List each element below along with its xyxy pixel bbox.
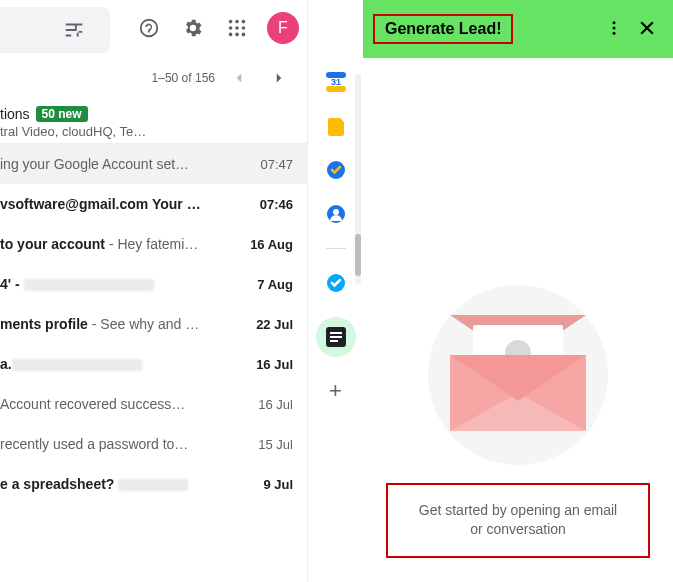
svg-point-1: [235, 20, 239, 24]
message-row[interactable]: Account recovered success…16 Jul: [0, 384, 307, 424]
message-row[interactable]: recently used a password to…15 Jul: [0, 424, 307, 464]
gear-icon[interactable]: [173, 8, 213, 48]
category-sub: tral Video, cloudHQ, Te…: [0, 124, 299, 139]
sliders-icon[interactable]: [54, 10, 94, 50]
addon-check-icon[interactable]: [326, 273, 346, 293]
message-row[interactable]: ments profile - See why and …22 Jul: [0, 304, 307, 344]
svg-rect-19: [330, 336, 342, 338]
avatar-letter: F: [278, 19, 288, 37]
category-title: tions: [0, 106, 30, 122]
message-time: 07:46: [250, 197, 293, 212]
message-subject: vsoftware@gmail.com Your …: [0, 196, 250, 212]
svg-point-8: [242, 33, 246, 37]
message-row[interactable]: 4' - 7 Aug: [0, 264, 307, 304]
svg-text:31: 31: [330, 77, 340, 87]
get-started-highlight: Get started by opening an email or conve…: [386, 483, 650, 558]
message-row[interactable]: e a spreadsheet? 9 Jul: [0, 464, 307, 504]
mail-column: F 1–50 of 156 tions 50 new tral Video, c…: [0, 0, 308, 582]
close-icon[interactable]: [637, 18, 657, 41]
side-divider: [326, 248, 346, 249]
svg-rect-18: [330, 332, 342, 334]
top-bar: F: [0, 0, 307, 56]
addon-selected[interactable]: [316, 317, 356, 357]
scrollbar[interactable]: [355, 74, 361, 284]
svg-point-21: [613, 21, 616, 24]
message-subject: recently used a password to…: [0, 436, 248, 452]
apps-icon[interactable]: [217, 8, 257, 48]
message-time: 7 Aug: [247, 277, 293, 292]
redacted: [12, 359, 142, 371]
message-subject: ments profile - See why and …: [0, 316, 246, 332]
svg-point-2: [242, 20, 246, 24]
prev-page-icon[interactable]: [223, 62, 255, 94]
message-time: 07:47: [250, 157, 293, 172]
svg-point-15: [333, 209, 339, 215]
message-time: 15 Jul: [248, 437, 293, 452]
envelope-illustration: [428, 285, 608, 465]
add-addon-icon[interactable]: +: [326, 381, 346, 401]
svg-point-3: [229, 26, 233, 30]
redacted: [24, 279, 154, 291]
message-subject: 4' -: [0, 276, 247, 292]
message-time: 9 Jul: [253, 477, 293, 492]
tasks-icon[interactable]: [326, 160, 346, 180]
category-row[interactable]: tions 50 new tral Video, cloudHQ, Te…: [0, 100, 307, 144]
new-badge: 50 new: [36, 106, 88, 122]
message-row[interactable]: vsoftware@gmail.com Your …07:46: [0, 184, 307, 224]
message-subject: a.: [0, 356, 246, 372]
paginator: 1–50 of 156: [0, 56, 307, 100]
redacted: [118, 479, 188, 491]
message-subject: to your account - Hey fatemi…: [0, 236, 240, 252]
message-row[interactable]: a.16 Jul: [0, 344, 307, 384]
message-subject: e a spreadsheet?: [0, 476, 253, 492]
message-row[interactable]: ing your Google Account set…07:47: [0, 144, 307, 184]
message-time: 16 Jul: [248, 397, 293, 412]
panel-body: Get started by opening an email or conve…: [363, 58, 673, 582]
side-rail: 31 +: [308, 0, 363, 582]
svg-point-22: [613, 26, 616, 29]
panel-title: Generate Lead!: [385, 20, 501, 37]
search-box[interactable]: [0, 7, 110, 53]
svg-point-5: [242, 26, 246, 30]
panel-title-highlight: Generate Lead!: [373, 14, 513, 44]
message-row[interactable]: to your account - Hey fatemi…16 Aug: [0, 224, 307, 264]
message-time: 16 Aug: [240, 237, 293, 252]
message-subject: ing your Google Account set…: [0, 156, 250, 172]
svg-point-6: [229, 33, 233, 37]
help-icon[interactable]: [129, 8, 169, 48]
svg-point-0: [229, 20, 233, 24]
message-time: 16 Jul: [246, 357, 293, 372]
avatar[interactable]: F: [267, 12, 299, 44]
contacts-icon[interactable]: [326, 204, 346, 224]
panel-header: Generate Lead!: [363, 0, 673, 58]
message-list: ing your Google Account set…07:47vsoftwa…: [0, 144, 307, 504]
svg-point-7: [235, 33, 239, 37]
keep-icon[interactable]: [326, 116, 346, 136]
svg-rect-20: [330, 340, 338, 342]
svg-point-4: [235, 26, 239, 30]
message-time: 22 Jul: [246, 317, 293, 332]
message-subject: Account recovered success…: [0, 396, 248, 412]
get-started-text: Get started by opening an email or conve…: [419, 502, 617, 538]
next-page-icon[interactable]: [263, 62, 295, 94]
svg-point-23: [613, 31, 616, 34]
addon-panel: Generate Lead! Get started by opening an…: [363, 0, 673, 582]
calendar-icon[interactable]: 31: [326, 72, 346, 92]
paginator-label: 1–50 of 156: [152, 71, 215, 85]
more-icon[interactable]: [605, 19, 623, 40]
